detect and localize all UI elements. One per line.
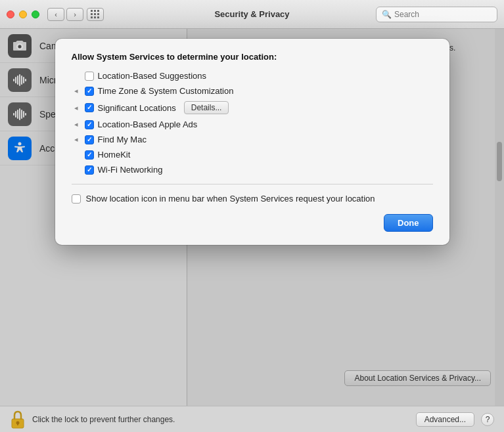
service-label-4: Find My Mac xyxy=(98,135,147,144)
service-row-location-suggestions: Location-Based Suggestions xyxy=(72,71,433,81)
main-content: Camera Microphone xyxy=(0,29,504,406)
service-row-find-my-mac: ◂ Find My Mac xyxy=(72,135,433,144)
svg-rect-19 xyxy=(17,423,18,425)
service-label-2: Significant Locations xyxy=(98,103,176,113)
close-button[interactable] xyxy=(7,11,14,18)
checkbox-show-location[interactable] xyxy=(72,194,81,204)
advanced-button[interactable]: Advanced... xyxy=(416,412,474,427)
search-icon: 🔍 xyxy=(382,10,392,19)
modal-footer: Done xyxy=(72,214,433,232)
done-button[interactable]: Done xyxy=(384,214,433,232)
bottom-bar: Click the lock to prevent further change… xyxy=(0,406,504,432)
search-bar[interactable]: 🔍 xyxy=(376,7,497,22)
checkbox-timezone[interactable] xyxy=(85,87,94,96)
arrow-find-my: ◂ xyxy=(72,135,81,144)
checkbox-find-my-mac[interactable] xyxy=(85,135,94,144)
checkbox-location-suggestions[interactable] xyxy=(85,72,94,81)
checkbox-wifi[interactable] xyxy=(85,165,94,175)
show-location-label: Show location icon in menu bar when Syst… xyxy=(86,194,375,204)
service-row-homekit: HomeKit xyxy=(72,150,433,160)
forward-button[interactable]: › xyxy=(66,8,83,21)
modal-overlay: Allow System Services to determine your … xyxy=(0,29,504,406)
back-button[interactable]: ‹ xyxy=(47,8,64,21)
service-label-0: Location-Based Suggestions xyxy=(98,71,207,81)
nav-buttons: ‹ › xyxy=(47,8,83,21)
grid-view-button[interactable] xyxy=(87,8,104,21)
arrow-significant: ◂ xyxy=(72,104,81,112)
service-label-6: Wi-Fi Networking xyxy=(98,165,163,175)
help-button[interactable]: ? xyxy=(481,413,494,426)
window-title: Security & Privacy xyxy=(214,9,289,19)
arrow-timezone: ◂ xyxy=(72,87,81,95)
service-row-wifi: Wi-Fi Networking xyxy=(72,165,433,175)
service-row-significant: ◂ Significant Locations Details... xyxy=(72,101,433,114)
lock-icon-wrap[interactable] xyxy=(10,410,26,429)
service-label-1: Time Zone & System Customization xyxy=(98,86,234,96)
arrow-ads: ◂ xyxy=(72,120,81,129)
details-button[interactable]: Details... xyxy=(184,101,229,114)
service-label-5: HomeKit xyxy=(98,150,131,160)
maximize-button[interactable] xyxy=(32,11,39,18)
service-row-apple-ads: ◂ Location-Based Apple Ads xyxy=(72,119,433,129)
checkbox-significant[interactable] xyxy=(85,103,94,112)
checkbox-apple-ads[interactable] xyxy=(85,120,94,129)
minimize-button[interactable] xyxy=(19,11,27,18)
traffic-lights xyxy=(7,11,39,18)
service-label-3: Location-Based Apple Ads xyxy=(98,119,198,129)
modal-divider xyxy=(72,184,433,184)
lock-icon xyxy=(10,410,26,429)
service-row-timezone: ◂ Time Zone & System Customization xyxy=(72,86,433,96)
search-input[interactable] xyxy=(394,10,492,19)
modal-title: Allow System Services to determine your … xyxy=(72,52,433,62)
modal-box: Allow System Services to determine your … xyxy=(55,39,449,245)
title-bar: ‹ › Security & Privacy 🔍 xyxy=(0,0,504,29)
grid-icon xyxy=(91,10,100,19)
bottom-lock-text: Click the lock to prevent further change… xyxy=(32,415,409,424)
show-location-row: Show location icon in menu bar when Syst… xyxy=(72,194,433,204)
checkbox-homekit[interactable] xyxy=(85,150,94,160)
